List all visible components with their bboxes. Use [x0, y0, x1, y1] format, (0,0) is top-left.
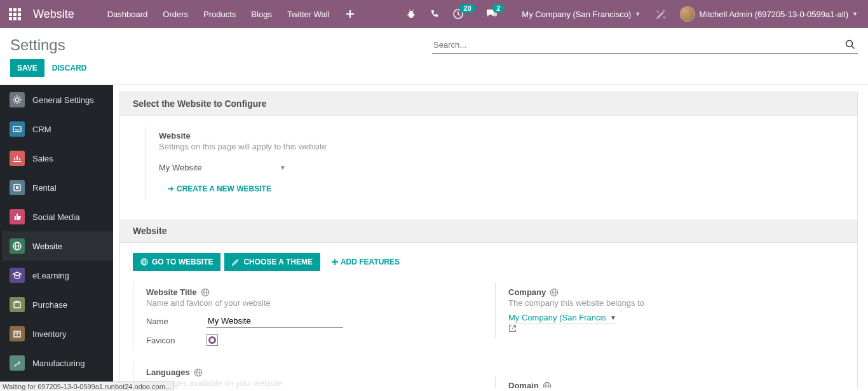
phone-icon[interactable]	[425, 0, 444, 28]
activities-icon[interactable]: 20	[448, 0, 468, 28]
domain-block: Domain Display this website when users v…	[495, 376, 832, 388]
globe-icon	[10, 238, 25, 254]
sidebar-item-label: eLearning	[32, 271, 69, 280]
handshake-icon	[10, 121, 25, 137]
sidebar-item-purchase[interactable]: Purchase	[0, 290, 113, 319]
save-button[interactable]: Save	[10, 59, 44, 77]
choose-theme-button[interactable]: Choose a Theme	[224, 253, 320, 271]
sidebar-item-inventory[interactable]: Inventory	[0, 319, 113, 348]
wrench-icon	[10, 355, 25, 371]
nav-menu: Dashboard Orders Products Blogs Twitter …	[100, 0, 363, 28]
company-label: Company	[508, 287, 559, 297]
add-features-button[interactable]: Add Features	[324, 253, 407, 271]
globe-icon	[194, 368, 203, 377]
avatar	[680, 6, 695, 22]
debug-tools-icon[interactable]	[651, 0, 671, 28]
go-to-website-button[interactable]: Go to Website	[133, 253, 220, 271]
company-help: The company this website belongs to	[508, 298, 832, 308]
section-select-website-body: Website Settings on this page will apply…	[120, 116, 857, 219]
caret-down-icon: ▼	[635, 11, 641, 17]
website-actions: Go to Website Choose a Theme Add Feature…	[133, 253, 832, 271]
company-select[interactable]: My Company (San Francis ▼	[508, 312, 616, 324]
nav-twitter-wall[interactable]: Twitter Wall	[280, 0, 337, 28]
website-select-block: Website Settings on this page will apply…	[146, 126, 832, 199]
caret-down-icon: ▼	[280, 164, 286, 171]
caret-down-icon: ▼	[852, 11, 858, 17]
grad-icon	[10, 268, 25, 283]
sidebar-item-label: Website	[32, 242, 62, 251]
company-selector[interactable]: My Company (San Francisco) ▼	[515, 10, 647, 19]
nav-add-icon[interactable]	[337, 0, 363, 28]
website-title-help: Name and favicon of your website	[146, 298, 470, 308]
page-title: Settings	[10, 36, 65, 54]
favicon-label: Favicon	[146, 336, 207, 345]
sidebar-item-website[interactable]: Website	[0, 231, 113, 261]
website-select[interactable]: My Website ▼	[159, 160, 286, 175]
sidebar-item-label: Inventory	[32, 329, 66, 339]
apps-menu-icon[interactable]	[5, 8, 24, 20]
sidebar-item-manufacturing[interactable]: Manufacturing	[0, 348, 113, 378]
caret-down-icon: ▼	[610, 314, 616, 321]
website-select-value: My Website	[159, 163, 202, 172]
arrow-right-icon	[168, 186, 174, 192]
discard-button[interactable]: Discard	[52, 64, 87, 72]
globe-icon	[201, 288, 210, 297]
website-title-block: Website Title Name and favicon of your w…	[133, 282, 470, 351]
sidebar-item-social-media[interactable]: Social Media	[0, 202, 113, 231]
svg-rect-8	[14, 302, 20, 308]
top-nav: Website Dashboard Orders Products Blogs …	[0, 0, 868, 28]
discuss-icon[interactable]: 2	[481, 0, 503, 28]
section-website-body: Go to Website Choose a Theme Add Feature…	[120, 243, 857, 388]
company-block: Company The company this website belongs…	[495, 282, 832, 338]
user-menu[interactable]: Mitchell Admin (697205-13-0-0599a1-all) …	[675, 6, 863, 22]
favicon-row: Favicon	[146, 334, 470, 346]
website-name-input[interactable]	[207, 314, 343, 328]
sidebar-item-elearning[interactable]: eLearning	[0, 261, 113, 290]
discuss-badge: 2	[492, 4, 504, 13]
globe-icon	[140, 258, 148, 266]
languages-block: Languages Languages available on your we…	[133, 362, 470, 388]
plus-icon	[332, 259, 338, 265]
search-container	[432, 36, 858, 54]
nav-orders[interactable]: Orders	[155, 0, 196, 28]
create-website-link[interactable]: Create a new website	[168, 184, 271, 193]
globe-icon	[550, 288, 559, 297]
sidebar-item-sales[interactable]: Sales	[0, 144, 113, 173]
name-label: Name	[146, 317, 207, 326]
brush-icon	[232, 258, 240, 266]
domain-label: Domain	[508, 381, 552, 388]
website-field-label: Website	[159, 131, 191, 141]
section-website-title: Website	[120, 219, 857, 243]
topbar-right: 20 2 My Company (San Francisco) ▼ Mitche…	[401, 0, 863, 28]
globe-icon	[543, 381, 552, 388]
main-content: Select the Website to Configure Website …	[113, 85, 868, 388]
search-input[interactable]	[432, 38, 843, 52]
body: General SettingsCRMSalesRentalSocial Med…	[0, 85, 868, 388]
sidebar-item-rental[interactable]: Rental	[0, 173, 113, 202]
browser-status-bar: Waiting for 697205-13-0-0599a1.runbot24.…	[0, 381, 174, 388]
nav-blogs[interactable]: Blogs	[243, 0, 280, 28]
section-select-website-title: Select the Website to Configure	[120, 92, 857, 116]
website-field-help: Settings on this page will apply to this…	[159, 142, 832, 151]
svg-point-2	[15, 98, 19, 102]
search-icon[interactable]	[843, 37, 858, 52]
sidebar-item-label: Sales	[32, 154, 53, 163]
sidebar-item-crm[interactable]: CRM	[0, 114, 113, 144]
settings-form: Select the Website to Configure Website …	[119, 92, 858, 388]
sidebar-item-label: Social Media	[32, 212, 79, 222]
brand-title[interactable]: Website	[33, 8, 74, 21]
name-row: Name	[146, 314, 470, 328]
external-link-icon[interactable]	[508, 324, 832, 333]
bug-icon[interactable]	[401, 0, 421, 28]
website-title-label: Website Title	[146, 287, 210, 297]
sidebar-item-label: CRM	[32, 125, 51, 134]
nav-dashboard[interactable]: Dashboard	[100, 0, 156, 28]
sidebar-item-label: Manufacturing	[32, 359, 85, 368]
user-name: Mitchell Admin (697205-13-0-0599a1-all)	[699, 10, 848, 19]
company-name: My Company (San Francisco)	[522, 10, 631, 19]
sidebar-item-label: Rental	[32, 183, 57, 193]
gear-icon	[10, 92, 25, 107]
sidebar-item-general-settings[interactable]: General Settings	[0, 85, 113, 114]
nav-products[interactable]: Products	[196, 0, 243, 28]
favicon-preview[interactable]	[207, 334, 218, 346]
